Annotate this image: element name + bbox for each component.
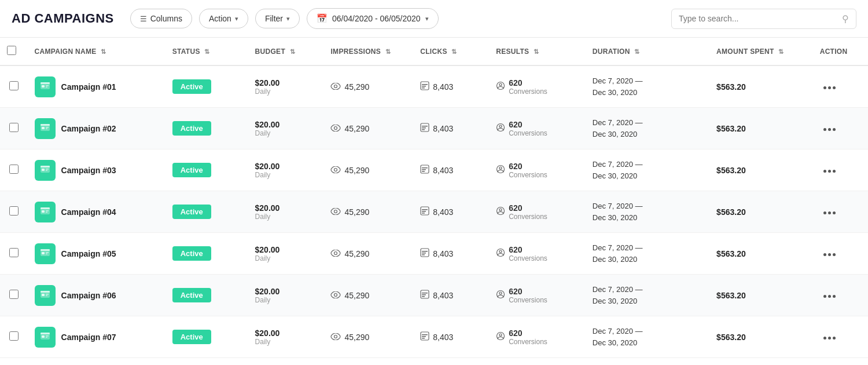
budget-main: $20.00 <box>255 78 317 87</box>
dot-2 <box>828 86 831 89</box>
svg-rect-26 <box>42 169 45 171</box>
sort-duration-icon[interactable]: ⇅ <box>634 48 639 56</box>
campaign-name-text: Campaign #01 <box>61 82 116 92</box>
svg-rect-81 <box>422 338 425 339</box>
action-menu-button[interactable] <box>820 84 839 92</box>
sort-results-icon[interactable]: ⇅ <box>534 48 539 56</box>
campaign-icon-symbol <box>39 247 51 261</box>
row-budget: $20.00 Daily <box>248 233 324 275</box>
row-checkbox[interactable] <box>9 331 19 341</box>
sort-clicks-icon[interactable]: ⇅ <box>451 48 457 56</box>
svg-point-77 <box>334 335 337 338</box>
budget-sub: Daily <box>255 254 317 262</box>
sort-impressions-icon[interactable]: ⇅ <box>385 48 391 56</box>
th-duration[interactable]: DURATION ⇅ <box>586 38 709 65</box>
row-checkbox[interactable] <box>9 206 19 216</box>
svg-rect-64 <box>46 295 47 296</box>
th-status[interactable]: STATUS ⇅ <box>165 38 248 65</box>
row-action <box>813 108 868 149</box>
svg-rect-52 <box>46 253 47 254</box>
svg-rect-27 <box>46 169 49 170</box>
action-menu-button[interactable] <box>820 293 839 300</box>
sort-name-icon[interactable]: ⇅ <box>101 48 106 56</box>
columns-button[interactable]: ☰ Columns <box>130 9 192 28</box>
row-clicks: 8,403 <box>413 233 489 275</box>
svg-rect-79 <box>422 334 428 335</box>
duration-text: Dec 7, 2020 —Dec 30, 2020 <box>593 159 703 181</box>
row-checkbox[interactable] <box>9 165 19 174</box>
budget-sub: Daily <box>255 296 317 304</box>
sort-spent-icon[interactable]: ⇅ <box>778 48 784 56</box>
action-menu-button[interactable] <box>820 334 839 342</box>
row-checkbox-cell <box>0 149 28 191</box>
row-budget: $20.00 Daily <box>248 65 324 108</box>
dot-1 <box>823 253 826 256</box>
results-number: 620 <box>509 203 547 213</box>
svg-rect-50 <box>42 252 45 254</box>
th-campaign-name[interactable]: CAMPAIGN NAME ⇅ <box>28 38 165 65</box>
results-icon <box>496 331 505 342</box>
clicks-value: 8,403 <box>433 333 453 342</box>
action-menu-button[interactable] <box>820 209 839 217</box>
row-results: 620 Conversions <box>489 65 586 108</box>
th-budget[interactable]: BUDGET ⇅ <box>248 38 324 65</box>
svg-rect-45 <box>422 213 425 214</box>
action-menu-button[interactable] <box>820 126 839 133</box>
row-impressions: 45,290 <box>323 108 413 149</box>
row-amount-spent: $563.20 <box>709 65 813 108</box>
budget-main: $20.00 <box>255 287 317 296</box>
row-campaign-name: Campaign #03 <box>28 149 165 191</box>
action-button[interactable]: Action ▾ <box>199 9 248 28</box>
row-checkbox[interactable] <box>9 123 19 132</box>
svg-rect-8 <box>422 86 426 87</box>
results-label: Conversions <box>509 171 547 179</box>
th-amount-spent[interactable]: AMOUNT SPENT ⇅ <box>709 38 813 65</box>
sort-budget-icon[interactable]: ⇅ <box>290 48 295 56</box>
date-range-button[interactable]: 📅 06/04/2020 - 06/05/2020 ▾ <box>307 8 439 29</box>
th-clicks-label: CLICKS <box>420 48 447 56</box>
filter-chevron-icon: ▾ <box>286 15 290 23</box>
results-label: Conversions <box>509 213 547 221</box>
row-budget: $20.00 Daily <box>248 191 324 233</box>
svg-rect-74 <box>42 335 45 338</box>
search-input[interactable] <box>679 14 842 23</box>
row-impressions: 45,290 <box>323 316 413 358</box>
row-status: Active <box>165 275 248 316</box>
eye-icon <box>330 332 341 342</box>
row-duration: Dec 7, 2020 —Dec 30, 2020 <box>586 191 709 233</box>
status-badge: Active <box>172 163 211 177</box>
th-clicks[interactable]: CLICKS ⇅ <box>413 38 489 65</box>
row-checkbox[interactable] <box>9 81 19 90</box>
svg-rect-68 <box>422 294 426 295</box>
action-menu-button[interactable] <box>820 167 839 175</box>
select-all-checkbox[interactable] <box>7 46 16 55</box>
amount-spent-value: $563.20 <box>716 333 746 342</box>
svg-rect-1 <box>41 82 50 84</box>
row-checkbox[interactable] <box>9 290 19 299</box>
clicks-icon <box>420 123 429 134</box>
svg-rect-15 <box>46 127 49 128</box>
svg-point-29 <box>334 169 337 171</box>
eye-icon <box>330 123 341 133</box>
svg-rect-44 <box>422 211 426 212</box>
clicks-icon <box>420 165 429 176</box>
filter-button[interactable]: Filter ▾ <box>255 9 300 28</box>
action-label: Action <box>209 14 231 23</box>
svg-point-5 <box>334 85 337 88</box>
svg-point-23 <box>499 125 502 127</box>
impressions-value: 45,290 <box>344 124 369 133</box>
svg-rect-57 <box>422 254 425 256</box>
row-impressions: 45,290 <box>323 275 413 316</box>
th-results[interactable]: RESULTS ⇅ <box>489 38 586 65</box>
th-impressions[interactable]: IMPRESSIONS ⇅ <box>323 38 413 65</box>
svg-point-47 <box>499 209 502 211</box>
row-checkbox[interactable] <box>9 248 19 257</box>
sort-status-icon[interactable]: ⇅ <box>204 48 209 56</box>
dot-1 <box>823 86 826 89</box>
dot-3 <box>833 337 836 340</box>
eye-icon <box>330 82 341 92</box>
svg-rect-75 <box>46 335 49 337</box>
action-menu-button[interactable] <box>820 251 839 258</box>
campaign-icon-symbol <box>39 122 51 136</box>
budget-main: $20.00 <box>255 203 317 213</box>
